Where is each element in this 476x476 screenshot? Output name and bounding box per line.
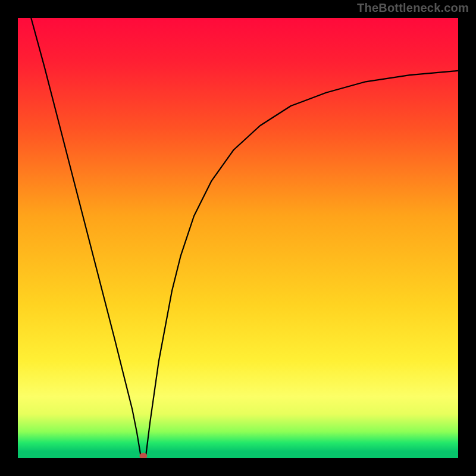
brand-watermark: TheBottleneck.com — [357, 1, 469, 15]
min-point-marker — [140, 453, 147, 458]
gradient-background — [18, 18, 458, 458]
plot-svg — [18, 18, 458, 458]
plot-area — [18, 18, 458, 458]
chart-frame: TheBottleneck.com — [0, 0, 476, 476]
